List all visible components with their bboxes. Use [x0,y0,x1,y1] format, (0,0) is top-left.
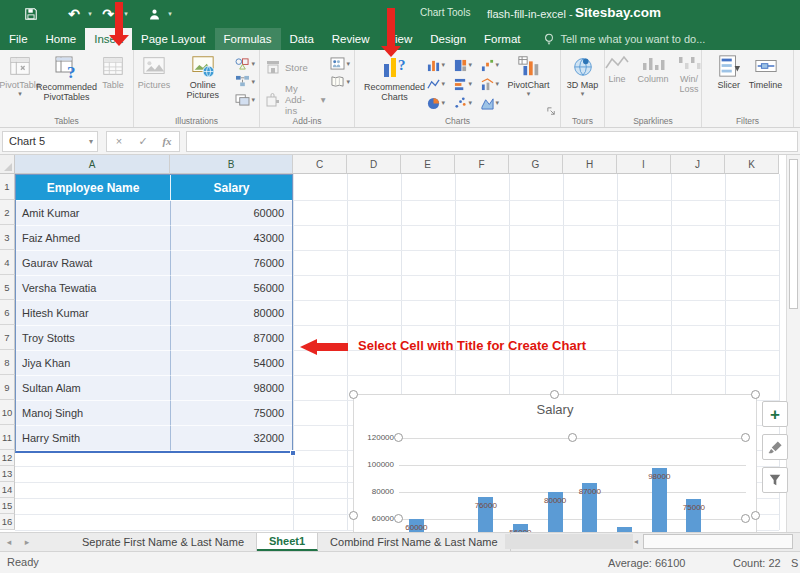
cell-salary[interactable]: 32000 [171,426,292,451]
cell-employee-name[interactable]: Jiya Khan [16,351,171,376]
table-button[interactable]: Table [95,52,131,92]
cell-employee-name[interactable]: Amit Kumar [16,201,171,226]
hscroll-left-icon[interactable]: ◂ [634,537,638,546]
slicer-button[interactable]: Slicer [711,52,747,92]
cell-salary[interactable]: 54000 [171,351,292,376]
column-header-K[interactable]: K [725,155,779,174]
row-header-8[interactable]: 8 [0,350,15,375]
chart-filters-button[interactable] [762,467,788,493]
cancel-icon[interactable]: × [107,135,131,147]
row-header-6[interactable]: 6 [0,300,15,325]
cell-employee-name[interactable]: Manoj Singh [16,401,171,426]
line-chart-button[interactable]: ▾ [425,75,451,93]
row-header-14[interactable]: 14 [0,482,15,498]
cell-employee-name[interactable]: Sultan Alam [16,376,171,401]
column-header-A[interactable]: A [15,155,170,174]
surface-chart-button[interactable]: ▾ [479,94,505,112]
cell-salary[interactable]: 76000 [171,251,292,276]
qat-customize-icon[interactable]: ▾ [166,4,174,24]
table-header-salary[interactable]: Salary [171,175,292,201]
vertical-scrollbar-thumb[interactable] [789,159,798,309]
undo-dropdown-icon[interactable]: ▾ [86,4,94,24]
people-graph-button[interactable]: ▾ [328,56,352,71]
row-header-5[interactable]: 5 [0,275,15,300]
cell-salary[interactable]: 98000 [171,376,292,401]
sheet-tab-sheet1[interactable]: Sheet1 [257,533,318,551]
tell-me-box[interactable]: Tell me what you want to do... [529,28,705,50]
insert-function-icon[interactable]: fx [155,135,179,147]
screenshot-button[interactable]: ▾ [233,92,257,107]
plot-area-selection-handle[interactable] [394,514,403,523]
smartart-button[interactable]: ▾ [233,74,257,89]
pictures-button[interactable]: Pictures [136,52,172,92]
row-header-1[interactable]: 1 [0,174,15,200]
row-header-3[interactable]: 3 [0,225,15,250]
cell-salary[interactable]: 80000 [171,301,292,326]
plot-area-selection-handle[interactable] [394,433,403,442]
column-header-E[interactable]: E [401,155,455,174]
cell-employee-name[interactable]: Versha Tewatia [16,276,171,301]
undo-icon[interactable]: ↶ [66,4,82,24]
touch-mode-icon[interactable] [146,4,162,24]
select-all-corner[interactable] [0,155,15,174]
column-header-G[interactable]: G [509,155,563,174]
sheet-nav-next-icon[interactable]: ▸ [18,533,36,551]
tab-data[interactable]: Data [281,28,323,50]
cell-salary[interactable]: 60000 [171,201,292,226]
cell-employee-name[interactable]: Hitesh Kumar [16,301,171,326]
hierarchy-chart-button[interactable]: ▾ [452,56,478,74]
chart-selection-handle[interactable] [751,390,760,399]
fill-handle[interactable] [290,450,296,456]
tab-home[interactable]: Home [37,28,86,50]
chart-selection-handle[interactable] [349,511,358,520]
row-header-13[interactable]: 13 [0,466,15,482]
cell-salary[interactable]: 56000 [171,276,292,301]
cell-employee-name[interactable]: Faiz Ahmed [16,226,171,251]
cell-employee-name[interactable]: Harry Smith [16,426,171,451]
row-header-12[interactable]: 12 [0,450,15,466]
line-button[interactable]: Line [599,52,635,86]
chart-plot-area[interactable]: 02000040000600008000010000012000060000Am… [399,438,746,532]
recommended-pivottables-button[interactable]: ?Recommended PivotTables [38,52,95,105]
pivotchart-button[interactable]: PivotChart▾ [505,52,551,99]
combo-chart-button[interactable]: ▾ [479,75,505,93]
shapes-button[interactable]: ▾ [233,56,257,71]
row-header-15[interactable]: 15 [0,498,15,514]
bar-chart-button[interactable]: ▾ [452,75,478,93]
chart-selection-handle[interactable] [751,511,760,520]
column-header-H[interactable]: H [563,155,617,174]
plot-area-selection-handle[interactable] [741,433,750,442]
cell-salary[interactable]: 43000 [171,226,292,251]
pivottable-button[interactable]: PivotTable▾ [2,52,38,99]
plot-area-selection-handle[interactable] [741,514,750,523]
tab-file[interactable]: File [0,28,37,50]
chart-title[interactable]: Salary [354,402,756,417]
waterfall-chart-button[interactable]: ▾ [479,56,505,74]
chart-elements-button[interactable]: + [762,401,788,427]
row-header-16[interactable]: 16 [0,514,15,530]
cell-salary[interactable]: 75000 [171,401,292,426]
chart-selection-handle[interactable] [349,390,358,399]
embedded-chart[interactable]: Salary 020000400006000080000100000120000… [353,394,757,532]
data-table[interactable]: Employee NameSalaryAmit Kumar60000Faiz A… [15,174,293,453]
tab-formulas[interactable]: Formulas [215,28,281,50]
name-box[interactable]: Chart 5 ▾ [2,131,98,152]
cell-salary[interactable]: 87000 [171,326,292,351]
tab-review[interactable]: Review [323,28,379,50]
column-header-C[interactable]: C [293,155,347,174]
tab-format[interactable]: Format [475,28,529,50]
column-header-F[interactable]: F [455,155,509,174]
column-header-J[interactable]: J [671,155,725,174]
row-header-9[interactable]: 9 [0,375,15,400]
worksheet-grid[interactable]: ABCDEFGHIJK 12345678910111213141516 Empl… [0,155,800,532]
column-button[interactable]: Column [635,52,671,86]
formula-input[interactable] [186,131,798,152]
horizontal-scrollbar-thumb[interactable] [643,534,793,549]
recommended-charts-button[interactable]: ?Recommended Charts [363,52,425,105]
scatter-chart-button[interactable]: ▾ [452,94,478,112]
save-icon[interactable] [22,4,40,24]
horizontal-scrollbar-track[interactable] [505,534,633,549]
name-box-dropdown-icon[interactable]: ▾ [89,137,93,146]
sheet-tab-seprate-first-name-last-name[interactable]: Seprate First Name & Last Name [70,533,257,551]
row-header-11[interactable]: 11 [0,425,15,450]
